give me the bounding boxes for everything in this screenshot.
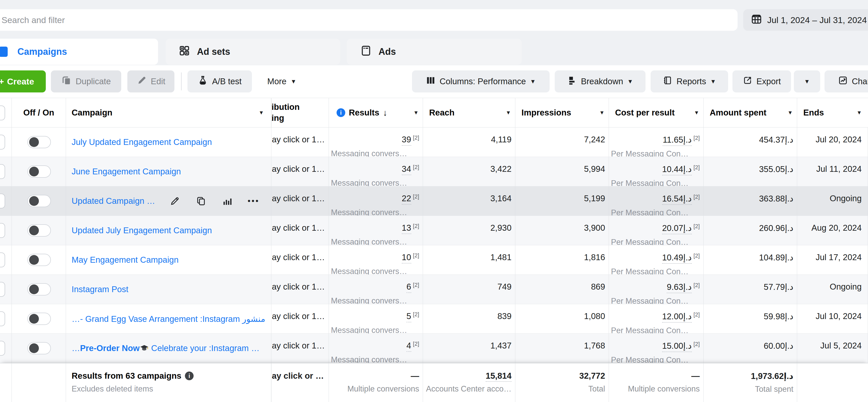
row-checkbox-cell[interactable] xyxy=(0,127,12,157)
cost-value[interactable]: 10.44د.إ xyxy=(662,164,692,175)
campaign-link[interactable]: …Pre-Order Now Celebrate your :Instagram… xyxy=(72,343,259,353)
sort-caret-icon[interactable]: ▼ xyxy=(506,110,511,116)
cost-value[interactable]: 20.07د.إ xyxy=(662,223,692,234)
results-value[interactable]: 22 xyxy=(402,194,411,205)
row-checkbox-cell[interactable] xyxy=(0,157,12,186)
sort-caret-icon[interactable]: ▼ xyxy=(258,110,264,116)
results-value[interactable]: 39 xyxy=(402,135,411,146)
sort-caret-icon[interactable]: ▼ xyxy=(694,110,699,116)
campaign-off-toggle[interactable] xyxy=(27,165,51,178)
date-range-button[interactable]: Jul 1, 2024 – Jul 31, 2024 xyxy=(743,9,868,31)
sort-caret-icon[interactable]: ▼ xyxy=(787,110,793,116)
row-campaign-cell: …- Grand Egg Vase Arrangement :Instagram… xyxy=(66,304,271,334)
duplicate-copy-icon[interactable] xyxy=(196,196,207,206)
campaign-off-toggle[interactable] xyxy=(27,254,51,266)
campaign-link[interactable]: June Engagement Campaign xyxy=(72,167,181,176)
campaign-off-toggle[interactable] xyxy=(27,224,51,237)
row-checkbox[interactable] xyxy=(0,135,5,149)
summary-title: Results from 63 campaigns xyxy=(72,371,181,381)
date-range-label: Jul 1, 2024 – Jul 31, 2024 xyxy=(767,15,867,25)
duplicate-button[interactable]: Duplicate xyxy=(51,70,121,92)
row-checkbox[interactable] xyxy=(0,194,5,208)
row-checkbox-cell[interactable] xyxy=(0,275,12,304)
row-checkbox[interactable] xyxy=(0,253,5,267)
results-value[interactable]: 6 xyxy=(406,282,411,293)
row-checkbox-cell[interactable] xyxy=(0,216,12,245)
graduation-cap-icon xyxy=(140,344,149,353)
campaign-link[interactable]: July Updated Engagement Campaign xyxy=(72,137,212,147)
summary-ends-cell xyxy=(797,363,868,402)
columns-button[interactable]: Columns: Performance ▼ xyxy=(412,70,550,92)
cost-value[interactable]: 16.54د.إ xyxy=(662,194,692,205)
cost-value[interactable]: 15.00د.إ xyxy=(662,341,692,352)
export-button[interactable]: Export xyxy=(733,70,791,92)
reports-button[interactable]: Reports ▼ xyxy=(651,70,728,92)
header-impressions[interactable]: Impressions▼ xyxy=(515,98,609,127)
header-cost-per-result[interactable]: Cost per result▼ xyxy=(609,98,704,127)
row-checkbox-cell[interactable] xyxy=(0,334,12,363)
select-all-checkbox[interactable] xyxy=(0,106,5,120)
campaign-link[interactable]: Updated Campaign … xyxy=(72,196,155,206)
header-campaign[interactable]: Campaign ▼ xyxy=(66,98,271,127)
campaign-off-toggle[interactable] xyxy=(27,342,51,354)
row-checkbox[interactable] xyxy=(0,164,5,179)
campaign-link[interactable]: Updated July Engagement Campaign xyxy=(72,226,212,235)
row-checkbox[interactable] xyxy=(0,341,5,356)
header-results[interactable]: i Results ↓ ▼ xyxy=(329,98,423,127)
view-charts-icon[interactable] xyxy=(222,196,232,206)
sort-caret-icon[interactable]: ▼ xyxy=(857,110,862,116)
charts-button[interactable]: Chart xyxy=(825,70,868,92)
export-options-button[interactable]: ▼ xyxy=(794,70,820,92)
cost-value[interactable]: 11.65د.إ xyxy=(663,135,691,146)
row-checkbox-cell[interactable] xyxy=(0,186,12,216)
cost-value[interactable]: 9.63د.إ xyxy=(667,282,691,293)
results-value[interactable]: 5 xyxy=(406,311,411,322)
header-amount-spent[interactable]: Amount spent▼ xyxy=(704,98,797,127)
info-icon[interactable]: i xyxy=(185,372,194,380)
results-value[interactable]: 4 xyxy=(406,341,411,352)
campaign-link[interactable]: May Engagement Campaign xyxy=(72,255,179,265)
tab-ad-sets[interactable]: Ad sets xyxy=(166,39,340,65)
info-icon[interactable]: i xyxy=(337,108,345,117)
campaign-off-toggle[interactable] xyxy=(27,283,51,295)
results-value[interactable]: 34 xyxy=(402,164,411,175)
cost-value[interactable]: 12.00د.إ xyxy=(662,311,692,323)
campaign-link[interactable]: …- Grand Egg Vase Arrangement :Instagram… xyxy=(72,314,265,324)
edit-pencil-icon[interactable] xyxy=(169,196,180,206)
table-row: …Pre-Order Now Celebrate your :Instagram… xyxy=(0,334,868,363)
summary-subtitle: Excludes deleted items xyxy=(66,384,271,394)
campaign-off-toggle[interactable] xyxy=(27,313,51,325)
header-attribution-setting[interactable]: Attribution setting xyxy=(271,98,329,127)
header-ends[interactable]: Ends▼ xyxy=(797,98,868,127)
campaign-link[interactable]: Instagram Post xyxy=(72,285,128,294)
more-button[interactable]: More ▼ xyxy=(261,70,302,92)
toggle-knob xyxy=(29,343,39,353)
header-reach[interactable]: Reach▼ xyxy=(423,98,515,127)
breakdown-button[interactable]: Breakdown ▼ xyxy=(555,70,646,92)
edit-button[interactable]: Edit xyxy=(127,70,175,92)
campaign-off-toggle[interactable] xyxy=(27,195,51,207)
sort-caret-icon[interactable]: ▼ xyxy=(599,110,604,116)
row-checkbox-cell[interactable] xyxy=(0,304,12,334)
cost-value[interactable]: 10.49د.إ xyxy=(662,253,692,264)
tab-campaigns[interactable]: Campaigns xyxy=(0,39,158,65)
header-select-all[interactable] xyxy=(0,98,12,127)
row-cost-cell: 15.00د.إ[2] Per Messaging Con… xyxy=(609,334,704,363)
results-value[interactable]: 13 xyxy=(402,223,411,234)
row-toggle-cell xyxy=(12,157,66,186)
row-checkbox[interactable] xyxy=(0,282,5,297)
summary-cost-cell: — Multiple conversions xyxy=(609,363,704,402)
search-input[interactable]: Search and filter xyxy=(0,9,738,31)
row-checkbox[interactable] xyxy=(0,311,5,326)
row-reach-cell: 2,930 xyxy=(423,216,515,245)
create-button[interactable]: + Create xyxy=(0,70,46,92)
row-checkbox[interactable] xyxy=(0,223,5,238)
row-results-cell: 4[2] Messaging convers… xyxy=(329,334,423,363)
campaign-off-toggle[interactable] xyxy=(27,136,51,148)
ab-test-button[interactable]: A/B test xyxy=(187,70,252,92)
results-value[interactable]: 10 xyxy=(402,253,411,263)
sort-caret-icon[interactable]: ▼ xyxy=(413,110,418,116)
row-checkbox-cell[interactable] xyxy=(0,245,12,275)
more-options-icon[interactable]: ••• xyxy=(248,197,260,205)
tab-ads[interactable]: Ads xyxy=(347,39,522,65)
